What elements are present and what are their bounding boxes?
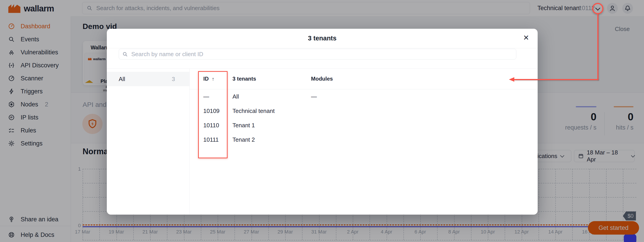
- modal-title: 3 tenants: [107, 34, 538, 42]
- tenants-table-header: ID↑ 3 tenants Modules: [190, 68, 538, 89]
- table-row[interactable]: 10111 Tenant 2: [190, 132, 538, 147]
- search-icon: [122, 51, 128, 57]
- annotation-arrowhead: [509, 77, 514, 82]
- modal-divider: [107, 48, 538, 48]
- table-row[interactable]: — All —: [190, 89, 538, 104]
- cell-name: Tenant 2: [232, 136, 311, 143]
- tenants-modal: 3 tenants ✕ All 3 ID↑ 3 tenants Modules …: [107, 29, 538, 214]
- tenant-group-all[interactable]: All 3: [107, 72, 190, 86]
- cell-name: Tenant 1: [232, 122, 311, 129]
- tenant-group-count: 3: [172, 76, 175, 82]
- tenants-table-body: — All — 10109 Technical tenant 10110 Ten…: [190, 89, 538, 147]
- annotation-line-vertical: [597, 14, 598, 80]
- cell-modules: —: [311, 93, 538, 100]
- table-row[interactable]: 10110 Tenant 1: [190, 118, 538, 132]
- close-icon[interactable]: ✕: [523, 34, 529, 41]
- id-column-highlight-annotation: [198, 71, 228, 158]
- column-header-tenants[interactable]: 3 tenants: [232, 76, 311, 82]
- annotation-ring: [592, 3, 604, 14]
- cell-name: All: [232, 93, 311, 100]
- tenant-group-label: All: [119, 76, 125, 82]
- tenant-search-input[interactable]: [131, 50, 516, 58]
- table-row[interactable]: 10109 Technical tenant: [190, 104, 538, 118]
- column-header-modules[interactable]: Modules: [311, 76, 538, 82]
- tenant-search[interactable]: [119, 49, 516, 60]
- annotation-line-horizontal: [514, 79, 598, 80]
- tenant-group-panel: All 3: [107, 69, 190, 214]
- cell-name: Technical tenant: [232, 108, 311, 114]
- tenants-table: ID↑ 3 tenants Modules — All — 10109 Tech…: [190, 68, 538, 214]
